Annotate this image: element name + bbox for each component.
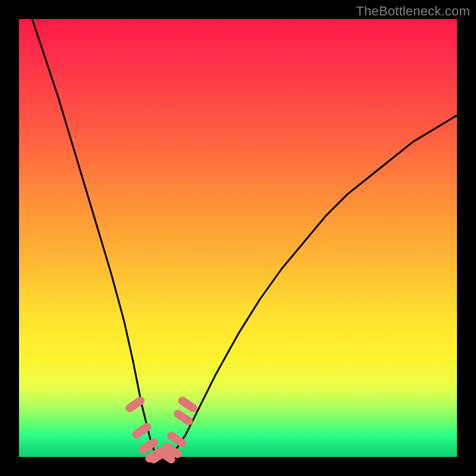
chart-frame: TheBottleneck.com (0, 0, 476, 476)
trough-marker (171, 436, 182, 443)
trough-marker (143, 443, 154, 450)
curve-group (32, 19, 457, 457)
trough-marker (178, 414, 189, 421)
trough-marker (130, 401, 140, 408)
trough-marker (182, 401, 193, 408)
trough-marker (167, 447, 178, 454)
marker-group (130, 401, 193, 459)
bottleneck-curve-path (32, 19, 457, 457)
chart-svg (19, 19, 457, 457)
watermark-text: TheBottleneck.com (356, 4, 470, 19)
trough-marker (136, 427, 147, 434)
